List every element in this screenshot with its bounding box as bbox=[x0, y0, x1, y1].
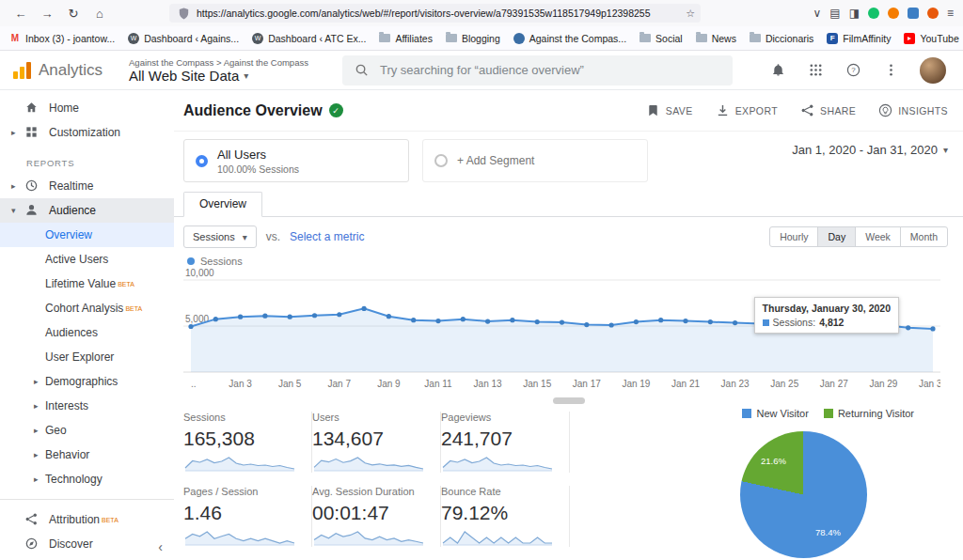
extension-red-icon[interactable] bbox=[927, 8, 939, 19]
chart-scrollbar[interactable] bbox=[553, 397, 585, 404]
bookmark-label: YouTube bbox=[920, 33, 958, 44]
svg-text:Jan 17: Jan 17 bbox=[573, 379, 601, 389]
save-button[interactable]: SAVE bbox=[646, 103, 693, 117]
sidebar-item-geo[interactable]: ▸Geo bbox=[0, 418, 174, 443]
chevron-right-icon: ▸ bbox=[34, 377, 45, 386]
timeseries-chart-block: Sessions 10,0005,000..Jan 3Jan 5Jan 7Jan… bbox=[174, 252, 963, 404]
library-icon[interactable]: ▤ bbox=[829, 7, 840, 20]
reload-button[interactable]: ↻ bbox=[62, 7, 85, 21]
apps-grid-icon[interactable] bbox=[807, 62, 824, 79]
sidebar-item-cohort-analysis[interactable]: Cohort AnalysisBETA bbox=[0, 296, 174, 320]
svg-text:Jan 15: Jan 15 bbox=[523, 379, 551, 389]
sidebar-item-user-explorer[interactable]: User Explorer bbox=[0, 345, 174, 369]
sidebar-item-label: Discover bbox=[49, 537, 93, 551]
report-area: Audience Overview ✓ SAVEEXPORTSHAREINSIG… bbox=[174, 90, 963, 560]
bookmark-item-inbox-3-joantow[interactable]: MInbox (3) - joantow... bbox=[9, 33, 115, 44]
chevron-down-icon: ▾ bbox=[243, 232, 247, 242]
export-icon bbox=[716, 103, 730, 117]
menu-icon[interactable]: ≡ bbox=[947, 7, 954, 20]
metric-label: Pages / Session bbox=[183, 486, 300, 497]
sidebar-item-demographics[interactable]: ▸Demographics bbox=[0, 369, 174, 394]
sidebar-item-behavior[interactable]: ▸Behavior bbox=[0, 443, 174, 467]
metric-value: 1.46 bbox=[183, 502, 300, 524]
svg-text:Jan 23: Jan 23 bbox=[721, 379, 750, 389]
tab-overview[interactable]: Overview bbox=[183, 192, 262, 217]
sidebar-item-admin[interactable]: Admin bbox=[0, 556, 174, 560]
segment-all-users[interactable]: All Users 100.00% Sessions bbox=[183, 139, 409, 182]
sidebar-item-interests[interactable]: ▸Interests bbox=[0, 394, 174, 418]
verified-badge-icon: ✓ bbox=[329, 103, 343, 117]
bookmark-item-blogging[interactable]: Blogging bbox=[446, 33, 500, 44]
sidebar-item-audience[interactable]: ▾Audience bbox=[0, 198, 174, 223]
bookmark-item-diccionaris[interactable]: Diccionaris bbox=[750, 33, 813, 44]
translate-extension-icon[interactable] bbox=[908, 8, 919, 19]
bookmark-star-icon[interactable]: ☆ bbox=[686, 8, 695, 20]
select-metric-link[interactable]: Select a metric bbox=[290, 230, 364, 243]
home-button[interactable]: ⌂ bbox=[88, 7, 111, 21]
bookmark-item-against-the-compas[interactable]: Against the Compas... bbox=[513, 33, 626, 44]
date-range-picker[interactable]: Jan 1, 2020 - Jan 31, 2020 ▾ bbox=[792, 139, 948, 157]
bookmark-item-dashboard-atc-ex[interactable]: WDashboard ‹ ATC Ex... bbox=[252, 33, 366, 44]
visitor-pie-block: New VisitorReturning Visitor 78.4% 21.6% bbox=[693, 408, 914, 558]
sidebar-item-lifetime-value[interactable]: Lifetime ValueBETA bbox=[0, 272, 174, 296]
beta-tag: BETA bbox=[125, 305, 142, 312]
visitor-type-pie-chart[interactable]: 78.4% 21.6% bbox=[740, 431, 867, 558]
back-button[interactable]: ← bbox=[9, 7, 32, 21]
bookmark-item-social[interactable]: Social bbox=[639, 33, 683, 44]
granularity-week[interactable]: Week bbox=[855, 226, 901, 247]
svg-text:Jan 9: Jan 9 bbox=[377, 379, 401, 389]
metric-value: 165,308 bbox=[183, 428, 300, 450]
chevron-down-icon: ▾ bbox=[244, 70, 248, 81]
metric-label: Bounce Rate bbox=[441, 486, 558, 497]
sidebar-item-attribution[interactable]: AttributionBETA bbox=[0, 507, 174, 532]
bookmark-item-affiliates[interactable]: Affiliates bbox=[379, 33, 433, 44]
export-button[interactable]: EXPORT bbox=[716, 103, 778, 117]
sidebar-item-technology[interactable]: ▸Technology bbox=[0, 467, 174, 491]
more-vert-icon[interactable] bbox=[882, 62, 899, 79]
sidebar-item-audiences[interactable]: Audiences bbox=[0, 320, 174, 345]
bookmark-item-youtube[interactable]: YouTube bbox=[904, 33, 958, 44]
sidebar-item-realtime[interactable]: ▸Realtime bbox=[0, 174, 174, 198]
pocket-icon[interactable]: ∨ bbox=[813, 7, 822, 20]
metric-value: 134,607 bbox=[312, 428, 429, 450]
granularity-month[interactable]: Month bbox=[900, 226, 948, 247]
help-icon[interactable]: ? bbox=[845, 62, 861, 79]
sidebar-item-home[interactable]: Home bbox=[0, 96, 174, 120]
forward-button[interactable]: → bbox=[36, 7, 58, 21]
share-button[interactable]: SHARE bbox=[800, 103, 856, 117]
granularity-toggle: HourlyDayWeekMonth bbox=[769, 226, 948, 247]
granularity-hourly[interactable]: Hourly bbox=[769, 226, 818, 247]
insights-button[interactable]: INSIGHTS bbox=[878, 103, 948, 117]
add-segment-button[interactable]: + Add Segment bbox=[422, 139, 648, 182]
sidebar-item-label: Technology bbox=[45, 473, 103, 486]
sidebar-item-label: Audiences bbox=[45, 326, 98, 339]
search-input[interactable]: Try searching for “audience overview” bbox=[342, 55, 733, 86]
metric-value: 00:01:47 bbox=[312, 502, 429, 524]
bookmark-item-news[interactable]: News bbox=[696, 33, 736, 44]
bookmark-label: Social bbox=[655, 33, 683, 44]
avatar[interactable] bbox=[920, 57, 946, 84]
grammarly-extension-icon[interactable] bbox=[868, 8, 879, 19]
granularity-day[interactable]: Day bbox=[817, 226, 856, 247]
sidebar-item-discover[interactable]: Discover bbox=[0, 532, 174, 556]
action-label: INSIGHTS bbox=[898, 105, 948, 117]
metric-card-bounce-rate: Bounce Rate79.12% bbox=[441, 486, 570, 547]
url-bar[interactable]: https://analytics.google.com/analytics/w… bbox=[169, 4, 701, 23]
shield-icon bbox=[175, 5, 192, 22]
metric-label: Pageviews bbox=[441, 412, 558, 423]
sidebar-item-overview[interactable]: Overview bbox=[0, 223, 174, 247]
extension-orange-icon[interactable] bbox=[888, 8, 899, 19]
sidebar-item-active-users[interactable]: Active Users bbox=[0, 247, 174, 272]
discover-icon bbox=[24, 537, 39, 552]
metric-value: 241,707 bbox=[441, 428, 558, 450]
metric-dropdown[interactable]: Sessions ▾ bbox=[183, 226, 257, 248]
sidebar-toggle-icon[interactable]: ◨ bbox=[849, 7, 860, 20]
sidebar-item-customization[interactable]: ▸Customization bbox=[0, 120, 174, 145]
account-picker[interactable]: Against the Compass > Against the Compas… bbox=[129, 57, 308, 84]
bookmark-item-dashboard-agains[interactable]: WDashboard ‹ Agains... bbox=[128, 33, 239, 44]
pie-legend-returning-visitor: Returning Visitor bbox=[824, 408, 914, 419]
bookmark-item-filmaffinity[interactable]: FFilmAffinity bbox=[827, 33, 891, 44]
chart-tooltip: Thursday, January 30, 2020 Sessions: 4,8… bbox=[754, 297, 899, 334]
notifications-bell-icon[interactable] bbox=[769, 62, 786, 79]
sidebar-collapse-button[interactable]: ‹ bbox=[158, 539, 163, 554]
